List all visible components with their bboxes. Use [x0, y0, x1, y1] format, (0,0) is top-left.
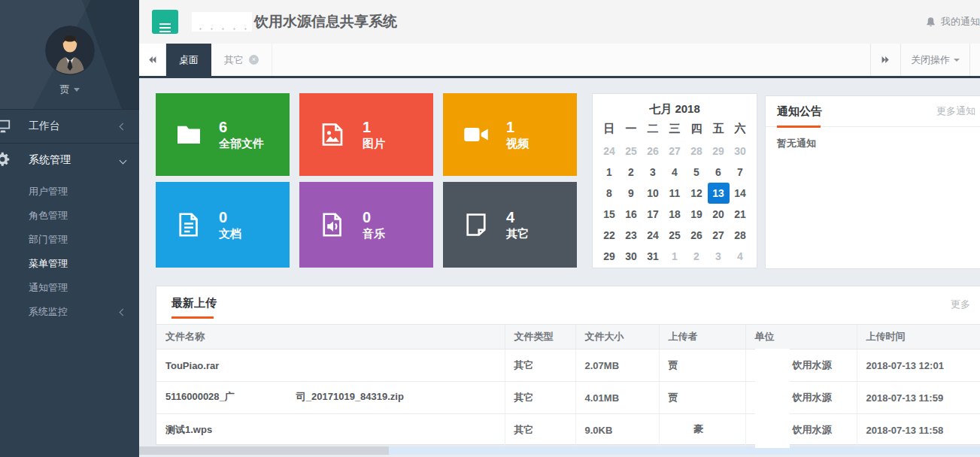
calendar-day[interactable]: 2 [620, 162, 642, 183]
calendar-day[interactable]: 30 [620, 246, 642, 267]
calendar-day[interactable]: 24 [599, 141, 620, 162]
tile-documents[interactable]: 0文档 [156, 182, 290, 268]
calendar-day[interactable]: 22 [599, 225, 620, 246]
logout-button[interactable]: 退出 [969, 44, 980, 76]
tile-text: 1视频 [506, 118, 529, 151]
tile-others[interactable]: 4其它 [443, 182, 577, 268]
tab-desktop[interactable]: 桌面 [166, 44, 211, 76]
tile-text: 0音乐 [363, 208, 385, 241]
collapse-tabs-left-button[interactable] [139, 44, 166, 76]
calendar-day[interactable]: 12 [686, 183, 708, 204]
chevron-left-icon [120, 123, 127, 130]
video-icon [463, 121, 490, 148]
tile-videos[interactable]: 1视频 [443, 93, 577, 176]
sidebar-item-workbench[interactable]: 工作台 [0, 109, 139, 143]
calendar-day-selected[interactable]: 13 [708, 183, 730, 204]
more-notices-link[interactable]: 更多通知 [936, 104, 975, 118]
accent-underline [777, 126, 821, 128]
tab-other[interactable]: 其它× [211, 44, 272, 76]
column-header: 上传时间 [857, 325, 980, 350]
top-header: 饮用水源信息共享系统 我的通知 [139, 0, 980, 44]
horizontal-scrollbar[interactable] [139, 446, 980, 455]
app-title-wrap: 饮用水源信息共享系统 [192, 0, 397, 44]
double-left-arrow-icon [147, 55, 157, 65]
sidebar-item-role-management[interactable]: 角色管理 [0, 204, 139, 228]
calendar-day[interactable]: 4 [664, 162, 686, 183]
tile-count: 0 [219, 208, 241, 227]
calendar-day[interactable]: 2 [686, 246, 708, 267]
calendar-day[interactable]: 25 [664, 225, 686, 246]
sidebar-item-menu-management[interactable]: 菜单管理 [0, 252, 139, 276]
calendar-day[interactable]: 23 [620, 225, 642, 246]
calendar-day[interactable]: 19 [686, 204, 708, 225]
calendar-day[interactable]: 7 [730, 162, 751, 183]
calendar-day[interactable]: 29 [708, 141, 730, 162]
tab-list: 桌面其它× [166, 44, 272, 76]
upload-time-cell: 2018-07-13 12:01 [857, 350, 980, 382]
tile-all-files[interactable]: 6全部文件 [156, 93, 290, 176]
uploads-header-row: 文件名称文件类型文件大小上传者单位上传时间 [156, 325, 980, 350]
column-header: 上传者 [659, 325, 745, 350]
calendar-day[interactable]: 26 [686, 225, 708, 246]
tile-count: 4 [506, 208, 529, 227]
calendar-day[interactable]: 10 [642, 183, 664, 204]
calendar-day[interactable]: 3 [708, 246, 730, 267]
file-name-cell: 测试1.wps [156, 414, 505, 446]
calendar-day[interactable]: 1 [599, 162, 620, 183]
calendar-day[interactable]: 15 [599, 204, 620, 225]
calendar-day[interactable]: 18 [664, 204, 686, 225]
close-icon[interactable]: × [249, 55, 259, 65]
table-row[interactable]: 5116000028_广司_20171019_84319.zip其它4.01MB… [156, 382, 980, 414]
notice-empty-text: 暂无通知 [766, 127, 980, 160]
avatar[interactable] [45, 26, 95, 75]
my-notifications-button[interactable]: 我的通知 [925, 0, 980, 44]
close-operations-dropdown[interactable]: 关闭操作 [900, 44, 969, 76]
sidebar-item-department-management[interactable]: 部门管理 [0, 228, 139, 252]
calendar-day[interactable]: 5 [686, 162, 708, 183]
calendar-day[interactable]: 16 [620, 204, 642, 225]
more-uploads-link[interactable]: 更多 [951, 298, 970, 311]
calendar-day[interactable]: 11 [664, 183, 686, 204]
table-row[interactable]: 测试1.wps其它9.0KB豪饮用水源2018-07-13 11:58 [156, 414, 980, 446]
cell-text: 饮用水源 [793, 424, 832, 435]
sidebar-item-system-management[interactable]: 系统管理 [0, 143, 139, 177]
calendar-day[interactable]: 21 [730, 204, 751, 225]
calendar-day[interactable]: 25 [620, 141, 642, 162]
calendar-day[interactable]: 27 [664, 141, 686, 162]
calendar-day[interactable]: 24 [642, 225, 664, 246]
calendar-day[interactable]: 3 [642, 162, 664, 183]
calendar-day[interactable]: 20 [708, 204, 730, 225]
hamburger-menu-button[interactable] [152, 10, 178, 34]
calendar-day[interactable]: 29 [599, 246, 620, 267]
calendar-day[interactable]: 27 [708, 225, 730, 246]
sidebar-item-notice-management[interactable]: 通知管理 [0, 276, 139, 300]
redaction-box [755, 413, 790, 448]
tile-images[interactable]: 1图片 [299, 93, 433, 176]
calendar-day[interactable]: 1 [664, 246, 686, 267]
column-header: 单位 [745, 325, 857, 350]
scrollbar-thumb[interactable] [139, 446, 389, 455]
user-menu[interactable]: 贾 [0, 83, 139, 96]
tile-text: 6全部文件 [219, 118, 264, 151]
calendar-day[interactable]: 8 [599, 183, 620, 204]
uploads-panel-title: 最新上传 [171, 296, 217, 310]
table-row[interactable]: TouPiao.rar其它2.07MB贾饮用水源2018-07-13 12:01 [156, 350, 980, 382]
calendar-day[interactable]: 28 [686, 141, 708, 162]
sidebar-item-system-monitor[interactable]: 系统监控 [0, 300, 139, 324]
calendar-day[interactable]: 4 [730, 246, 751, 267]
sidebar-menu: 工作台系统管理用户管理角色管理部门管理菜单管理通知管理系统监控 [0, 109, 139, 330]
calendar-day[interactable]: 9 [620, 183, 642, 204]
calendar-day[interactable]: 6 [708, 162, 730, 183]
calendar-day[interactable]: 28 [730, 225, 751, 246]
calendar-day[interactable]: 31 [642, 246, 664, 267]
calendar-day[interactable]: 26 [642, 141, 664, 162]
sidebar-item-user-management[interactable]: 用户管理 [0, 180, 139, 204]
hamburger-icon [159, 27, 171, 29]
scroll-tabs-right-button[interactable] [870, 44, 900, 76]
tile-music[interactable]: 0音乐 [299, 182, 433, 268]
calendar-day[interactable]: 30 [730, 141, 751, 162]
calendar-day[interactable]: 14 [730, 183, 751, 204]
calendar-day[interactable]: 17 [642, 204, 664, 225]
redaction-box [236, 390, 295, 405]
file-name-cell: TouPiao.rar [156, 350, 505, 382]
